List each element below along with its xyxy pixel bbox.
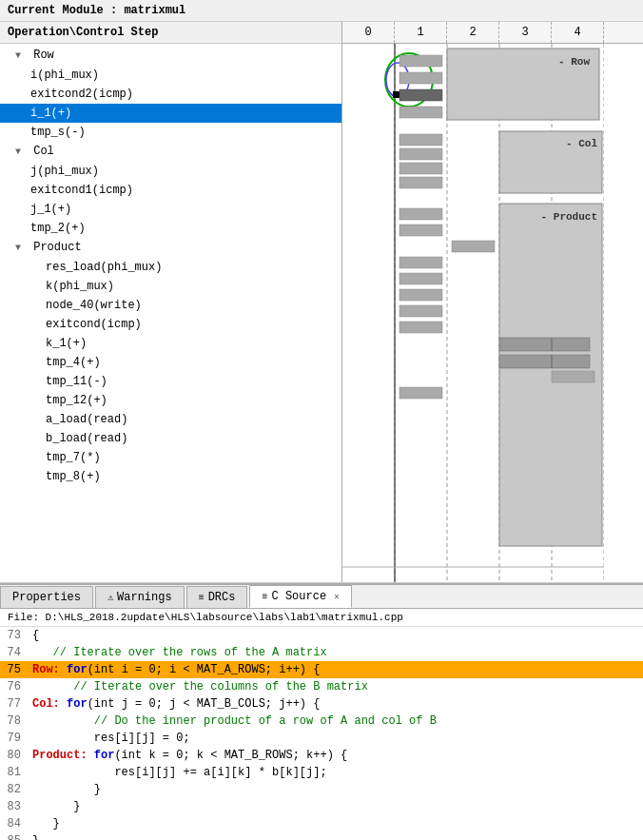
col-header-0: 0 <box>342 22 395 43</box>
code-content-76: // Iterate over the columns of the B mat… <box>29 678 643 695</box>
line-num-85: 85 <box>0 832 29 840</box>
tree-group-col[interactable]: ▼ Col <box>0 142 341 162</box>
svg-rect-20 <box>399 148 442 160</box>
svg-rect-29 <box>399 305 442 317</box>
tree-item-exitcond[interactable]: exitcond(icmp) <box>0 315 341 334</box>
svg-rect-17 <box>399 89 442 101</box>
code-content-83: } <box>29 798 643 815</box>
tree-area: ▼ Row i(phi_mux) exitcond2(icmp) i_1(+) … <box>0 44 341 488</box>
title-bar: Current Module : matrixmul <box>0 0 643 22</box>
left-panel: Operation\Control Step ▼ Row i(phi_mux) … <box>0 22 342 582</box>
tree-item-a-load[interactable]: a_load(read) <box>0 410 341 429</box>
file-path: File: D:\HLS_2018.2update\HLS\labsource\… <box>0 609 643 627</box>
tree-item-k1[interactable]: k_1(+) <box>0 334 341 353</box>
tree-group-product[interactable]: ▼ Product <box>0 238 341 258</box>
svg-rect-28 <box>399 289 442 301</box>
tree-item-exitcond1[interactable]: exitcond1(icmp) <box>0 181 341 200</box>
tree-item-tmp8[interactable]: tmp_8(+) <box>0 467 341 486</box>
svg-rect-36 <box>399 387 442 399</box>
drcs-icon: ≡ <box>199 593 205 603</box>
tree-item-label: tmp_s(-) <box>30 126 86 139</box>
warnings-tab-label: Warnings <box>117 591 172 604</box>
code-line-76: 76 // Iterate over the columns of the B … <box>0 678 643 695</box>
line-num-73: 73 <box>0 627 29 644</box>
svg-rect-13 <box>499 204 602 546</box>
tree-item-label: i(phi_mux) <box>30 68 99 82</box>
svg-point-9 <box>386 63 409 97</box>
tree-item-label: tmp_4(+) <box>46 356 101 369</box>
svg-rect-6 <box>447 49 599 120</box>
tree-item-label: b_load(read) <box>46 432 127 445</box>
code-line-82: 82 } <box>0 781 643 798</box>
tree-item-label: exitcond2(icmp) <box>30 88 133 101</box>
svg-rect-27 <box>399 273 442 284</box>
svg-rect-21 <box>399 163 442 174</box>
timeline-svg: - Row - Col - Product <box>342 44 604 582</box>
tree-item-j-phi-mux[interactable]: j(phi_mux) <box>0 162 341 181</box>
csource-tab-label: C Source <box>272 590 327 603</box>
csource-icon: ≡ <box>262 592 267 602</box>
content-area: Operation\Control Step ▼ Row i(phi_mux) … <box>0 22 643 583</box>
tab-bar: Properties ⚠ Warnings ≡ DRCs ≡ C Source … <box>0 585 643 609</box>
line-num-79: 79 <box>0 730 29 747</box>
tree-item-tmp12[interactable]: tmp_12(+) <box>0 391 341 410</box>
tree-item-label: j(phi_mux) <box>30 165 99 178</box>
tab-drcs[interactable]: ≡ DRCs <box>186 586 248 608</box>
line-num-81: 81 <box>0 764 29 781</box>
csource-close-icon[interactable]: ✕ <box>334 591 340 602</box>
tree-item-label: k(phi_mux) <box>46 280 114 293</box>
tree-item-tmp7[interactable]: tmp_7(*) <box>0 448 341 467</box>
tree-item-label: tmp_8(+) <box>46 470 101 483</box>
tree-item-tmp11[interactable]: tmp_11(-) <box>0 372 341 391</box>
properties-tab-label: Properties <box>12 591 81 604</box>
code-content-78: // Do the inner product of a row of A an… <box>29 713 643 730</box>
tree-item-label: a_load(read) <box>46 413 127 426</box>
col-header-1: 1 <box>395 22 447 43</box>
tab-properties[interactable]: Properties <box>0 586 93 608</box>
tree-item-i-phi-mux[interactable]: i(phi_mux) <box>0 66 341 85</box>
tree-item-k-phi-mux[interactable]: k(phi_mux) <box>0 277 341 296</box>
tree-group-row-label: Row <box>33 49 54 62</box>
code-area[interactable]: 73 { 74 // Iterate over the rows of the … <box>0 627 643 840</box>
tree-item-tmp2[interactable]: tmp_2(+) <box>0 219 341 238</box>
tree-item-node40[interactable]: node_40(write) <box>0 296 341 315</box>
svg-rect-16 <box>399 72 442 84</box>
tree-item-label: i_1(+) <box>30 107 71 120</box>
svg-text:- Row: - Row <box>558 56 590 68</box>
svg-rect-33 <box>499 355 590 368</box>
tree-item-tmp4[interactable]: tmp_4(+) <box>0 353 341 372</box>
tab-csource[interactable]: ≡ C Source ✕ <box>249 585 352 608</box>
tree-item-i1[interactable]: i_1(+) <box>0 104 341 123</box>
tree-item-j1[interactable]: j_1(+) <box>0 200 341 219</box>
svg-point-8 <box>385 53 433 107</box>
tree-item-tmp-s[interactable]: tmp_s(-) <box>0 123 341 142</box>
code-line-79: 79 res[i][j] = 0; <box>0 730 643 747</box>
expand-icon-col: ▼ <box>15 144 27 161</box>
code-content-84: } <box>29 815 643 832</box>
code-content-80: Product: for(int k = 0; k < MAT_B_ROWS; … <box>29 747 643 764</box>
tree-item-exitcond2[interactable]: exitcond2(icmp) <box>0 85 341 104</box>
tab-warnings[interactable]: ⚠ Warnings <box>95 586 185 608</box>
tree-group-product-label: Product <box>33 241 81 254</box>
svg-text:- Col: - Col <box>566 138 597 149</box>
tree-item-res-load[interactable]: res_load(phi_mux) <box>0 258 341 277</box>
svg-text:- Product: - Product <box>541 211 597 223</box>
tree-item-label: exitcond(icmp) <box>46 318 142 331</box>
line-num-74: 74 <box>0 644 29 661</box>
expand-icon-product: ▼ <box>15 240 27 257</box>
code-content-85: } <box>29 832 643 840</box>
tree-item-label: res_load(phi_mux) <box>46 261 162 274</box>
code-content-79: res[i][j] = 0; <box>29 730 643 747</box>
title-text: Current Module : matrixmul <box>8 4 185 17</box>
code-content-74: // Iterate over the rows of the A matrix <box>29 644 643 661</box>
tree-group-row[interactable]: ▼ Row <box>0 46 341 66</box>
line-num-84: 84 <box>0 815 29 832</box>
svg-rect-10 <box>393 91 399 98</box>
svg-rect-31 <box>499 338 590 351</box>
svg-rect-24 <box>399 225 442 236</box>
code-line-73: 73 { <box>0 627 643 644</box>
code-line-74: 74 // Iterate over the rows of the A mat… <box>0 644 643 661</box>
tree-item-b-load[interactable]: b_load(read) <box>0 429 341 448</box>
timeline-body: - Row - Col - Product <box>342 44 604 582</box>
line-num-77: 77 <box>0 695 29 713</box>
